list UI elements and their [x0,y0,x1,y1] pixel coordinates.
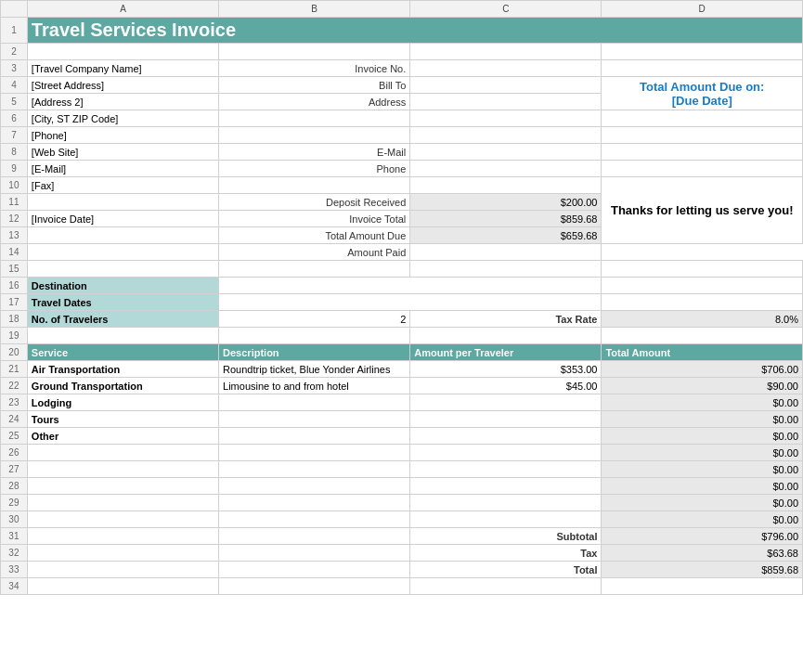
phone-input[interactable] [410,161,602,177]
th-description: Description [219,344,410,361]
r3-d [602,60,803,77]
total-amount-due-header: Total Amount Due on: [Due Date] [602,77,803,110]
service-28[interactable] [27,478,218,495]
bill-to-label: Bill To [219,77,410,94]
address3-input[interactable] [410,127,602,144]
invoice-no-input[interactable] [410,60,602,77]
num-travelers-value[interactable]: 2 [219,311,410,328]
company-name: [Travel Company Name] [27,60,218,77]
row-num-32: 32 [1,545,28,562]
row-num-30: 30 [1,511,28,528]
row-num-33: 33 [1,562,28,578]
r31-a [27,528,218,545]
amt-per-traveler-27[interactable] [410,461,602,478]
travel-dates-label: Travel Dates [27,294,218,311]
email-input[interactable] [410,144,602,161]
r15-b [219,261,410,278]
r19-a [27,328,218,344]
r34-c [410,578,602,595]
total-amount-due-label: Total Amount Due [219,227,410,244]
col-header-c: C [410,1,602,18]
invoice-no-label: Invoice No. [219,60,410,77]
corner-cell [1,1,28,18]
row-num-25: 25 [1,428,28,445]
num-travelers-label: No. of Travelers [27,311,218,328]
r17-d [602,294,803,311]
service-29[interactable] [27,495,218,511]
r7-b [219,127,410,144]
r34-b [219,578,410,595]
desc-21[interactable]: Roundtrip ticket, Blue Yonder Airlines [219,361,410,378]
row-num-21: 21 [1,361,28,378]
r31-b [219,528,410,545]
total-21: $706.00 [602,361,803,378]
row-num-15: 15 [1,261,28,278]
row-num-19: 19 [1,328,28,344]
r16-d [602,278,803,294]
desc-26[interactable] [219,445,410,461]
desc-22[interactable]: Limousine to and from hotel [219,378,410,394]
row-num-5: 5 [1,94,28,110]
amount-paid-input[interactable] [410,244,602,261]
amount-paid-label: Amount Paid [219,244,410,261]
total-22: $90.00 [602,378,803,394]
desc-29[interactable] [219,495,410,511]
col-header-d: D [602,1,803,18]
th-amount-per-traveler: Amount per Traveler [410,344,602,361]
phone-field: [Phone] [27,127,218,144]
r10-c [410,177,602,194]
desc-24[interactable] [219,411,410,428]
row-num-10: 10 [1,177,28,194]
city: [City, ST ZIP Code] [27,110,218,127]
amt-per-traveler-21[interactable]: $353.00 [410,361,602,378]
bill-to-input[interactable] [410,77,602,94]
r2-b [219,44,410,60]
row-num-17: 17 [1,294,28,311]
row-num-20: 20 [1,344,28,361]
amt-per-traveler-26[interactable] [410,445,602,461]
desc-28[interactable] [219,478,410,495]
r9-d [602,161,803,177]
service-30[interactable] [27,511,218,528]
amt-per-traveler-22[interactable]: $45.00 [410,378,602,394]
th-total-amount: Total Amount [602,344,803,361]
r2-d [602,44,803,60]
row-num-27: 27 [1,461,28,478]
service-26[interactable] [27,445,218,461]
amt-per-traveler-25[interactable] [410,428,602,445]
row-num-34: 34 [1,578,28,595]
col-header-b: B [219,1,410,18]
total-28: $0.00 [602,478,803,495]
r33-b [219,562,410,578]
r32-a [27,545,218,562]
tax-value: $63.68 [602,545,803,562]
service-24: Tours [27,411,218,428]
desc-27[interactable] [219,461,410,478]
address2-input[interactable] [410,110,602,127]
r34-d [602,578,803,595]
street-address: [Street Address] [27,77,218,94]
row-num-18: 18 [1,311,28,328]
row-num-13: 13 [1,227,28,244]
service-27[interactable] [27,461,218,478]
row-num-3: 3 [1,60,28,77]
amt-per-traveler-29[interactable] [410,495,602,511]
address-input[interactable] [410,94,602,110]
amt-per-traveler-24[interactable] [410,411,602,428]
row-num-12: 12 [1,211,28,227]
amt-per-traveler-28[interactable] [410,478,602,495]
amt-per-traveler-30[interactable] [410,511,602,528]
amt-per-traveler-23[interactable] [410,394,602,411]
desc-23[interactable] [219,394,410,411]
row-num-7: 7 [1,127,28,144]
travel-dates-input[interactable] [219,294,602,311]
service-21: Air Transportation [27,361,218,378]
r11-a [27,194,218,211]
invoice-date: [Invoice Date] [27,211,218,227]
destination-input[interactable] [219,278,602,294]
service-22: Ground Transportation [27,378,218,394]
desc-30[interactable] [219,511,410,528]
desc-25[interactable] [219,428,410,445]
total-26: $0.00 [602,445,803,461]
website: [Web Site] [27,144,218,161]
